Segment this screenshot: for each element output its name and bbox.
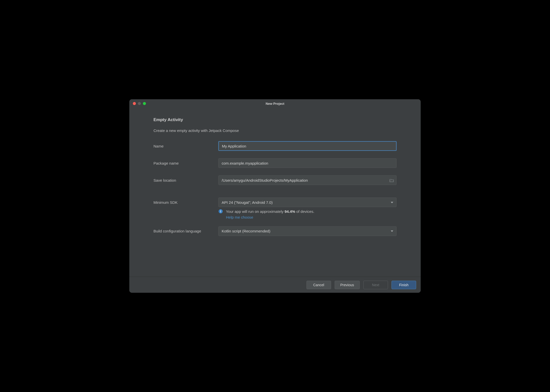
- new-project-dialog: New Project Empty Activity Create a new …: [129, 99, 421, 293]
- save-location-input[interactable]: [218, 175, 397, 185]
- info-icon: [218, 209, 223, 215]
- minimum-sdk-select[interactable]: API 24 ("Nougat"; Android 7.0): [218, 198, 397, 207]
- save-location-label: Save location: [153, 178, 218, 182]
- build-config-language-select[interactable]: Kotlin script (Recommended): [218, 226, 397, 236]
- minimum-sdk-value: API 24 ("Nougat"; Android 7.0): [222, 200, 272, 205]
- finish-button[interactable]: Finish: [391, 281, 416, 289]
- dialog-content: Empty Activity Create a new empty activi…: [129, 108, 421, 277]
- previous-button[interactable]: Previous: [335, 281, 360, 289]
- next-button: Next: [363, 281, 388, 289]
- name-input[interactable]: [218, 141, 397, 151]
- dialog-footer: Cancel Previous Next Finish: [129, 277, 421, 293]
- sdk-info-percent: 94.4%: [285, 209, 295, 214]
- sdk-info-text: Your app will run on approximately 94.4%…: [226, 209, 314, 220]
- name-label: Name: [153, 144, 218, 148]
- chevron-down-icon: [391, 229, 393, 233]
- window-close-button[interactable]: [133, 102, 136, 105]
- sdk-info-suffix: of devices.: [295, 209, 314, 214]
- chevron-down-icon: [391, 200, 393, 205]
- build-config-language-label: Build configuration language: [153, 229, 218, 233]
- window-title: New Project: [129, 102, 421, 106]
- page-subtitle: Create a new empty activity with Jetpack…: [153, 128, 397, 133]
- window-maximize-button[interactable]: [143, 102, 146, 105]
- package-name-label: Package name: [153, 161, 218, 165]
- build-config-language-value: Kotlin script (Recommended): [222, 229, 270, 233]
- svg-point-2: [220, 210, 221, 211]
- traffic-lights: [133, 102, 146, 105]
- page-heading: Empty Activity: [153, 117, 397, 122]
- help-me-choose-link[interactable]: Help me choose: [226, 215, 253, 219]
- package-name-input[interactable]: [218, 158, 397, 168]
- window-minimize-button[interactable]: [138, 102, 141, 105]
- sdk-info-block: Your app will run on approximately 94.4%…: [218, 209, 397, 220]
- minimum-sdk-label: Minimum SDK: [153, 200, 218, 205]
- svg-rect-1: [220, 211, 221, 213]
- titlebar: New Project: [129, 99, 421, 108]
- browse-folder-icon[interactable]: [389, 178, 394, 182]
- cancel-button[interactable]: Cancel: [306, 281, 331, 289]
- sdk-info-prefix: Your app will run on approximately: [226, 209, 285, 214]
